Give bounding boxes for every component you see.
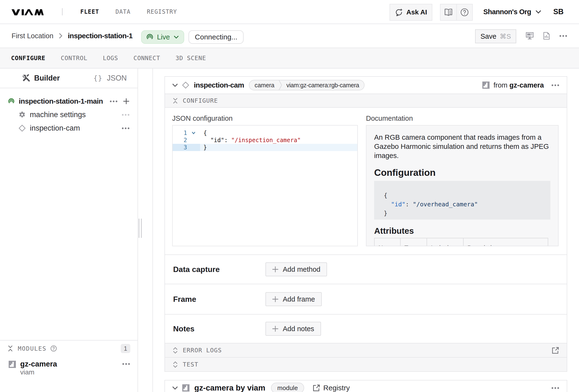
- viam-app: FLEET DATA REGISTRY Ask AI: [0, 0, 579, 392]
- ask-ai-button[interactable]: Ask AI: [389, 4, 432, 21]
- panel-resizer[interactable]: [138, 69, 152, 392]
- registry-link[interactable]: Registry: [313, 384, 350, 392]
- machine-status-dropdown[interactable]: Live: [141, 30, 184, 44]
- json-code-editor[interactable]: 1 { 2 "id": "/inspection_camera" 3: [172, 125, 358, 246]
- monitor-icon[interactable]: [526, 32, 534, 39]
- fold-chevron-icon[interactable]: [187, 129, 200, 137]
- breadcrumb-machine-name: inspection-station-1: [68, 32, 133, 40]
- pill-divider-chevron: [279, 80, 282, 90]
- tab-logs[interactable]: LOGS: [103, 55, 118, 62]
- module-name: gz-camera: [20, 360, 57, 368]
- component-card-header: inspection-cam camera viam:gz-camera:rgb…: [165, 77, 567, 93]
- json-configuration-label: JSON configuration: [172, 114, 358, 122]
- component-name: inspection-cam: [194, 81, 244, 89]
- machine-status-label: Live: [157, 33, 170, 41]
- doc-configuration-heading: Configuration: [374, 167, 550, 178]
- nav-link-fleet[interactable]: FLEET: [80, 8, 99, 15]
- component-card-inspection-cam: inspection-cam camera viam:gz-camera:rgb…: [164, 76, 567, 372]
- external-link-icon[interactable]: [552, 347, 559, 354]
- machine-tabs: CONFIGURE CONTROL LOGS CONNECT 3D SCENE: [0, 48, 579, 69]
- module-card-gz-camera: gz-camera by viam module Registry: [164, 380, 567, 392]
- ask-ai-icon: [395, 8, 403, 16]
- add-notes-button[interactable]: Add notes: [265, 322, 321, 336]
- module-pill: module: [271, 383, 304, 392]
- component-diamond-icon: [182, 82, 189, 88]
- component-diamond-icon: [19, 125, 25, 132]
- data-capture-section: Data capture Add method: [165, 254, 567, 284]
- gear-icon: [19, 111, 25, 118]
- configure-section-label: CONFIGURE: [183, 97, 218, 104]
- component-more-menu[interactable]: [552, 84, 559, 86]
- documentation-label: Documentation: [366, 114, 559, 122]
- collapse-vertical-icon[interactable]: [8, 345, 13, 352]
- live-broadcast-icon: [146, 34, 153, 40]
- tab-configure[interactable]: CONFIGURE: [11, 55, 45, 62]
- inspection-cam-more-menu[interactable]: [122, 127, 129, 129]
- breadcrumb-location[interactable]: First Location: [11, 32, 53, 40]
- builder-tools-icon: [22, 74, 30, 82]
- add-frame-button[interactable]: Add frame: [265, 292, 322, 306]
- doc-attributes-table: Name Type Inclusion Description: [374, 238, 548, 246]
- configure-section-bar[interactable]: CONFIGURE: [165, 93, 567, 108]
- modules-title: MODULES: [18, 345, 46, 352]
- braces-icon: {}: [93, 74, 103, 82]
- collapse-card-chevron-icon[interactable]: [172, 83, 178, 87]
- editor-active-line: 3 }: [173, 144, 357, 151]
- nav-link-data[interactable]: DATA: [115, 8, 131, 15]
- doc-code-sample: { "id": "/overhead_camera" }: [374, 181, 550, 220]
- machine-part-tree: inspection-station-1-main machine settin…: [0, 88, 138, 340]
- help-icon[interactable]: [456, 4, 472, 20]
- help-button-group: [440, 4, 473, 21]
- part-more-menu[interactable]: [110, 100, 117, 102]
- module-card-more-menu[interactable]: [552, 387, 559, 389]
- drag-handle-icon: [139, 219, 142, 238]
- json-configuration-section: JSON configuration 1 { 2 "id": "/inspect…: [165, 108, 567, 254]
- save-button[interactable]: Save ⌘S: [475, 29, 516, 43]
- machine-bar: First Location inspection-station-1 Live…: [0, 24, 579, 48]
- tab-3d-scene[interactable]: 3D SCENE: [176, 55, 206, 62]
- modules-section: MODULES 1 gz-camera viam: [0, 340, 138, 392]
- tree-item-machine-settings[interactable]: machine settings: [0, 108, 138, 121]
- org-name: Shannon's Org: [483, 8, 531, 16]
- tab-connect[interactable]: CONNECT: [134, 55, 160, 62]
- plus-icon: [272, 266, 279, 272]
- modules-help-icon[interactable]: [50, 345, 57, 352]
- module-list-item[interactable]: gz-camera viam: [0, 356, 138, 376]
- documentation-book-icon[interactable]: [440, 4, 456, 20]
- chevron-down-icon: [174, 35, 179, 39]
- live-broadcast-icon: [8, 98, 14, 104]
- org-selector[interactable]: Shannon's Org: [483, 8, 541, 16]
- tree-item-main-part[interactable]: inspection-station-1-main: [0, 94, 138, 108]
- viam-logo[interactable]: [11, 9, 44, 15]
- component-type: camera: [249, 80, 279, 90]
- nav-link-registry[interactable]: REGISTRY: [147, 8, 177, 15]
- config-sidebar: Builder {} JSON inspection-station-1-mai…: [0, 69, 138, 392]
- connecting-button[interactable]: Connecting...: [189, 30, 244, 44]
- machine-more-menu[interactable]: [560, 35, 567, 37]
- error-logs-bar[interactable]: ERROR LOGS: [165, 343, 567, 357]
- doc-attributes-heading: Attributes: [374, 226, 550, 236]
- collapse-card-chevron-icon[interactable]: [172, 386, 178, 390]
- add-method-button[interactable]: Add method: [265, 262, 327, 276]
- notes-label: Notes: [173, 324, 265, 333]
- documentation-panel: An RGB camera component that reads image…: [366, 125, 559, 246]
- module-icon: [182, 384, 190, 392]
- builder-mode-tab[interactable]: Builder: [22, 74, 60, 82]
- error-logs-label: ERROR LOGS: [183, 347, 222, 354]
- machine-settings-more-menu[interactable]: [122, 114, 129, 116]
- tree-item-inspection-cam[interactable]: inspection-cam: [0, 121, 138, 135]
- avatar[interactable]: SB: [553, 7, 564, 16]
- json-mode-tab[interactable]: {} JSON: [93, 74, 127, 82]
- report-file-icon[interactable]: [543, 32, 550, 40]
- tab-control[interactable]: CONTROL: [61, 55, 87, 62]
- content-area: Builder {} JSON inspection-station-1-mai…: [0, 69, 579, 392]
- plus-icon: [272, 296, 279, 302]
- modules-count-badge: 1: [121, 344, 130, 353]
- add-component-button[interactable]: [123, 98, 129, 104]
- test-bar[interactable]: TEST: [165, 357, 567, 371]
- collapse-vertical-icon: [173, 97, 178, 104]
- module-more-menu[interactable]: [122, 363, 130, 365]
- component-model: viam:gz-camera:rgb-camera: [282, 80, 364, 90]
- frame-section: Frame Add frame: [165, 284, 567, 314]
- module-org: viam: [20, 368, 57, 376]
